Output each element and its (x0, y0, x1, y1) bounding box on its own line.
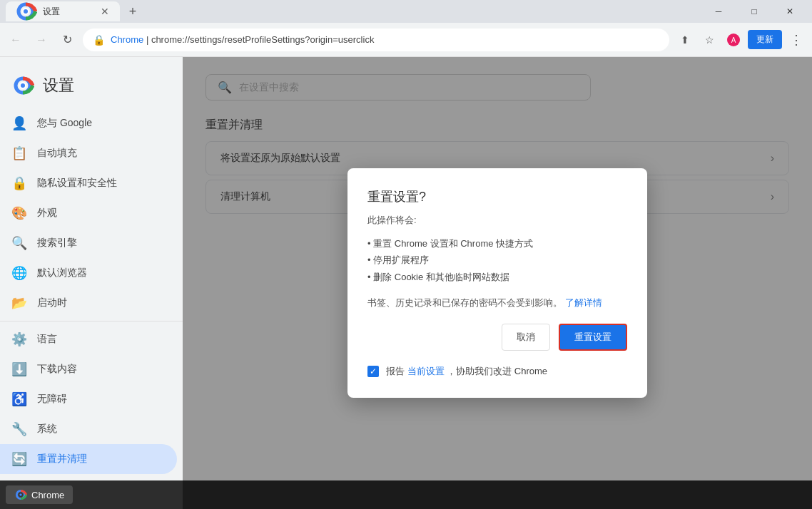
sidebar-item-language[interactable]: ⚙️ 语言 (0, 324, 177, 354)
dialog-subtitle: 此操作将会: (367, 214, 627, 227)
search-icon: 🔍 (11, 235, 26, 251)
accessibility-icon: ♿ (11, 391, 26, 407)
sidebar-label-privacy: 隐私设置和安全性 (37, 177, 117, 190)
address-actions: ⬆ ☆ A 更新 ⋮ (675, 30, 806, 50)
sidebar-label-google: 您与 Google (37, 117, 92, 130)
dialog-effects-list: • 重置 Chrome 设置和 Chrome 快捷方式 • 停用扩展程序 • 删… (367, 235, 627, 285)
report-checkbox[interactable]: ✓ (367, 366, 379, 377)
content-area: 🔍 在设置中搜索 重置并清理 将设置还原为原始默认设置 › 清理计算机 › 重置… (183, 57, 812, 509)
address-brand: Chrome (111, 34, 143, 45)
close-window-button[interactable]: ✕ (773, 0, 806, 23)
sidebar-title: 设置 (43, 75, 74, 96)
sidebar-label-accessibility: 无障碍 (37, 393, 67, 406)
sidebar-label-browser: 默认浏览器 (37, 267, 87, 279)
main-layout: 设置 👤 您与 Google 📋 自动填充 🔒 隐私设置和安全性 🎨 外观 🔍 … (0, 57, 812, 509)
startup-icon: 📂 (11, 295, 26, 311)
svg-point-2 (24, 9, 28, 14)
maximize-button[interactable]: □ (738, 0, 771, 23)
system-icon: 🔧 (11, 421, 26, 437)
cancel-button[interactable]: 取消 (502, 324, 550, 351)
sidebar-divider (0, 321, 183, 322)
sidebar-label-search: 搜索引擎 (37, 237, 77, 250)
dialog-footer-text: 报告 当前设置 ，协助我们改进 Chrome (386, 365, 547, 378)
sidebar-item-downloads[interactable]: ⬇️ 下载内容 (0, 354, 177, 384)
appearance-icon: 🎨 (11, 205, 26, 221)
tab-close-button[interactable]: ✕ (98, 5, 111, 18)
window-controls: ─ □ ✕ (702, 0, 806, 23)
dialog-note: 书签、历史记录和已保存的密码不会受到影响。 了解详情 (367, 297, 627, 309)
sidebar-item-system[interactable]: 🔧 系统 (0, 414, 177, 444)
sidebar-label-language: 语言 (37, 333, 57, 346)
autofill-icon: 📋 (11, 145, 26, 161)
sidebar-item-google[interactable]: 👤 您与 Google (0, 108, 177, 138)
dialog-footer: ✓ 报告 当前设置 ，协助我们改进 Chrome (367, 365, 627, 378)
browser-icon: 🌐 (11, 265, 26, 281)
back-button[interactable]: ← (6, 30, 26, 50)
tab-favicon (14, 0, 37, 23)
sidebar-label-appearance: 外观 (37, 207, 57, 220)
person-icon: 👤 (11, 115, 26, 131)
dialog-actions: 取消 重置设置 (367, 324, 627, 351)
svg-text:A: A (731, 36, 736, 44)
dialog-list-item-3: • 删除 Cookie 和其他临时网站数据 (367, 269, 627, 285)
taskbar-app-label: Chrome (31, 490, 64, 500)
minimize-button[interactable]: ─ (702, 0, 735, 23)
bookmark-button[interactable]: ☆ (699, 30, 719, 50)
address-bar: ← → ↻ 🔒 Chrome | chrome://settings/reset… (0, 23, 812, 57)
reset-icon: 🔄 (11, 451, 26, 467)
active-tab[interactable]: 设置 ✕ (6, 1, 120, 21)
dialog-overlay: 重置设置? 此操作将会: • 重置 Chrome 设置和 Chrome 快捷方式… (183, 57, 812, 509)
secure-icon: 🔒 (93, 34, 105, 46)
dialog-list-item-1: • 重置 Chrome 设置和 Chrome 快捷方式 (367, 235, 627, 252)
address-separator: | (146, 34, 151, 45)
download-icon: ⬇️ (11, 361, 26, 377)
title-bar: 设置 ✕ + ─ □ ✕ (0, 0, 812, 23)
tab-strip: 设置 ✕ + (6, 1, 143, 21)
profile-button[interactable]: A (724, 30, 744, 50)
address-input[interactable]: 🔒 Chrome | chrome://settings/resetProfil… (83, 29, 669, 51)
lock-icon: 🔒 (11, 175, 26, 191)
sidebar-label-downloads: 下载内容 (37, 363, 77, 376)
sidebar-item-reset[interactable]: 🔄 重置并清理 (0, 444, 177, 474)
footer-suffix: ，协助我们改进 Chrome (447, 366, 547, 376)
sidebar-item-search[interactable]: 🔍 搜索引擎 (0, 228, 177, 258)
chrome-logo (11, 74, 34, 97)
sidebar-item-appearance[interactable]: 🎨 外观 (0, 198, 177, 228)
svg-point-7 (21, 83, 25, 88)
address-text: Chrome | chrome://settings/resetProfileS… (111, 34, 659, 45)
taskbar-chrome-logo (14, 488, 27, 501)
sidebar-item-browser[interactable]: 🌐 默认浏览器 (0, 258, 177, 288)
svg-point-10 (19, 493, 21, 495)
footer-prefix: 报告 (386, 366, 405, 376)
sidebar-item-privacy[interactable]: 🔒 隐私设置和安全性 (0, 168, 177, 198)
language-icon: ⚙️ (11, 331, 26, 347)
tab-title: 设置 (43, 6, 93, 18)
checkbox-check-icon: ✓ (370, 366, 377, 376)
sidebar-label-startup: 启动时 (37, 297, 67, 309)
sidebar-item-autofill[interactable]: 📋 自动填充 (0, 138, 177, 168)
reset-dialog: 重置设置? 此操作将会: • 重置 Chrome 设置和 Chrome 快捷方式… (347, 168, 647, 398)
sidebar-item-accessibility[interactable]: ♿ 无障碍 (0, 384, 177, 414)
forward-button[interactable]: → (31, 30, 51, 50)
new-tab-button[interactable]: + (123, 1, 143, 21)
learn-more-link[interactable]: 了解详情 (565, 297, 602, 308)
dialog-title: 重置设置? (367, 188, 627, 205)
update-button[interactable]: 更新 (748, 30, 782, 49)
dialog-note-text: 书签、历史记录和已保存的密码不会受到影响。 (367, 297, 562, 308)
reset-settings-button[interactable]: 重置设置 (559, 324, 627, 351)
sidebar-item-startup[interactable]: 📂 启动时 (0, 288, 177, 318)
sidebar-label-system: 系统 (37, 423, 57, 436)
sidebar-label-reset: 重置并清理 (37, 453, 87, 466)
taskbar-chrome-icon[interactable]: Chrome (6, 485, 73, 504)
reload-button[interactable]: ↻ (57, 30, 77, 50)
share-button[interactable]: ⬆ (675, 30, 695, 50)
chrome-menu-button[interactable]: ⋮ (786, 30, 806, 50)
sidebar: 设置 👤 您与 Google 📋 自动填充 🔒 隐私设置和安全性 🎨 外观 🔍 … (0, 57, 183, 509)
address-path: chrome://settings/resetProfileSettings?o… (151, 34, 375, 45)
dialog-list-item-2: • 停用扩展程序 (367, 252, 627, 268)
sidebar-header: 设置 (0, 68, 183, 108)
current-settings-link[interactable]: 当前设置 (407, 366, 445, 376)
sidebar-label-autofill: 自动填充 (37, 147, 77, 160)
